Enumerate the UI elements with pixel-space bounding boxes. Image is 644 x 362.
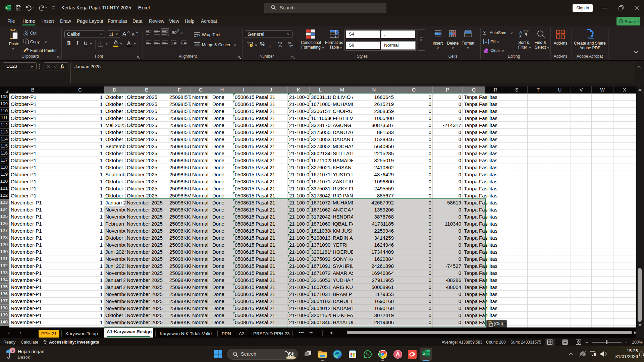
svg-text:x: x	[6, 6, 8, 9]
svg-text:0: 0	[289, 44, 291, 47]
svg-text:Z: Z	[519, 35, 522, 39]
svg-text:.00: .00	[278, 44, 282, 47]
svg-text:x: x	[423, 351, 425, 355]
svg-text:$: $	[251, 44, 252, 47]
svg-text:A: A	[519, 30, 522, 34]
